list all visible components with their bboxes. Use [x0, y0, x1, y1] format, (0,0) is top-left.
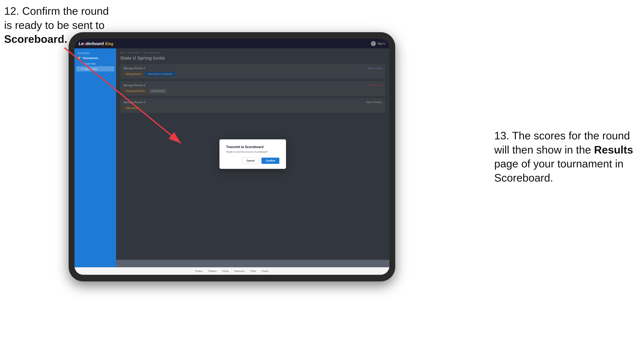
footer-product[interactable]: Product [195, 270, 202, 272]
content-area: Home > Tournaments > State U Spring Invi… [116, 48, 390, 267]
sign-in-link[interactable]: Sign in [378, 42, 385, 45]
footer-privacy[interactable]: Privacy [262, 270, 268, 272]
trophy-icon: 🏆 [78, 57, 81, 60]
footer-terms[interactable]: Terms [250, 270, 256, 272]
avatar [371, 41, 376, 46]
footer-features[interactable]: Features [208, 270, 216, 272]
plus-icon: + [81, 62, 82, 65]
modal-title: Transmit to Scoreboard [226, 145, 279, 149]
tablet-frame: Leaderboard King Sign in MAIN MENU 🏆 Tou… [69, 32, 395, 281]
tournaments-label: Tournaments [82, 57, 98, 60]
sidebar: MAIN MENU 🏆 Tournaments + Create New ✎ E… [74, 48, 116, 267]
create-new-label: Create New [84, 62, 96, 65]
modal-body: Ready to send this round to Scoreboard? [226, 151, 279, 153]
footer: Product Features Pricing Resources Terms… [74, 267, 390, 275]
top-bar-right: Sign in [371, 41, 385, 46]
sidebar-item-tournaments[interactable]: 🏆 Tournaments [74, 55, 116, 61]
edit-existing-label: Edit Existing [84, 68, 97, 70]
footer-pricing[interactable]: Pricing [222, 270, 229, 272]
annotation-bottom: 13. The scores for the round will then s… [494, 129, 640, 185]
confirm-button[interactable]: Confirm [262, 158, 279, 164]
edit-icon: ✎ [81, 67, 83, 70]
cancel-button[interactable]: Cancel [242, 158, 259, 164]
footer-resources[interactable]: Resources [234, 270, 244, 272]
tablet-screen: Leaderboard King Sign in MAIN MENU 🏆 Tou… [74, 39, 390, 275]
top-bar: Leaderboard King Sign in [74, 39, 390, 48]
main-area: MAIN MENU 🏆 Tournaments + Create New ✎ E… [74, 48, 390, 267]
transmit-modal: Transmit to Scoreboard Ready to send thi… [220, 139, 286, 169]
sidebar-create-new[interactable]: + Create New [74, 61, 116, 66]
sidebar-menu-label: MAIN MENU [74, 51, 116, 55]
app-layout: Leaderboard King Sign in MAIN MENU 🏆 Tou… [74, 39, 390, 275]
sidebar-edit-existing[interactable]: ✎ Edit Existing [76, 66, 114, 71]
modal-buttons: Cancel Confirm [226, 158, 279, 164]
modal-overlay: Transmit to Scoreboard Ready to send thi… [116, 48, 390, 260]
annotation-top: 12. Confirm the round is ready to be sen… [4, 4, 109, 46]
